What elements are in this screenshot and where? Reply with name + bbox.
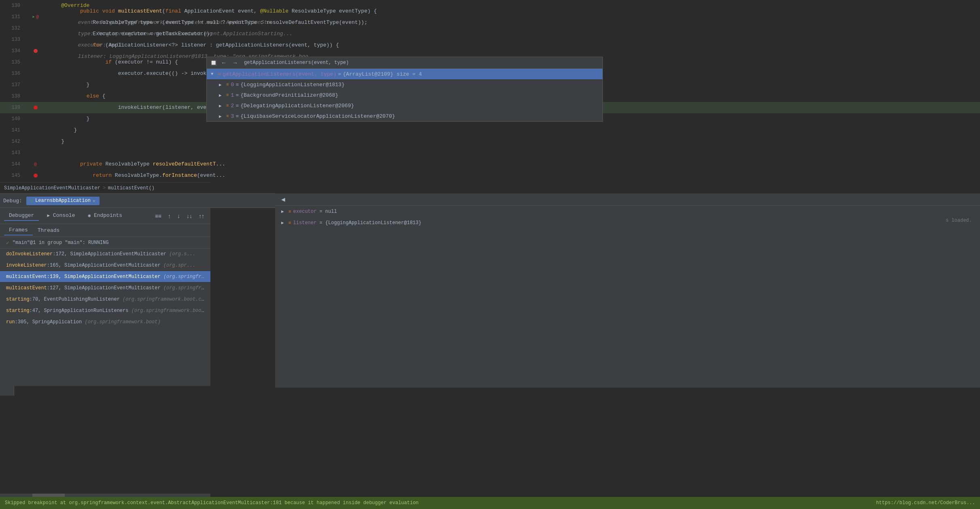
- line-icons: @: [24, 162, 47, 167]
- debug-action-buttons: ≡≡ ↑ ↓ ↓↓ ↑↑: [153, 212, 206, 221]
- frame-item-1[interactable]: invokeListener:165, SimpleApplicationEve…: [0, 260, 210, 271]
- line-number: 131: [0, 14, 24, 20]
- horizontal-scrollbar[interactable]: [0, 494, 210, 497]
- code-line-145: 145 return ResolvableType.forInstance(ev…: [0, 170, 980, 181]
- var-value-2: {BackgroundPreinitializer@2068}: [240, 92, 338, 98]
- var-icon-listener: ≡: [288, 221, 291, 225]
- frames-threads-bar: Frames Threads: [0, 224, 210, 237]
- var-equals-1: =: [235, 82, 239, 88]
- tooltip-row-1[interactable]: ▶ ≡ 0 = {LoggingApplicationListener@1813…: [207, 79, 602, 90]
- frame-text-2: multicastEvent:139, SimpleApplicationEve…: [6, 274, 204, 280]
- status-right-link[interactable]: https://blog.csdn.net/CoderBrus...: [876, 500, 975, 506]
- line-number: 142: [0, 139, 24, 144]
- tooltip-title: getApplicationListeners(event, type): [244, 60, 349, 66]
- var-equals-2: =: [235, 92, 239, 98]
- current-line-arrow: ➤: [32, 14, 35, 20]
- debug-session-tab[interactable]: ⚙ LearnsbbApplication ✕: [26, 197, 100, 205]
- debug-tooltip: 🔲 ← → getApplicationListeners(event, typ…: [206, 57, 603, 122]
- session-icon: ⚙: [30, 198, 33, 204]
- status-message: Skipped breakpoint at org.springframewor…: [5, 500, 419, 506]
- close-session-icon[interactable]: ✕: [93, 198, 95, 204]
- collapse-panel-icon[interactable]: ◀: [281, 195, 285, 204]
- var-expand-executor: ▶: [281, 209, 286, 214]
- line-number: 134: [0, 48, 24, 54]
- tooltip-header: 🔲 ← → getApplicationListeners(event, typ…: [207, 57, 602, 69]
- variables-panel-header: ◀: [275, 193, 980, 206]
- back-button[interactable]: ←: [219, 59, 228, 67]
- panel-right-note: s loaded.: [946, 218, 972, 223]
- expand-arrow-icon-3: ▶: [219, 103, 224, 108]
- var-value-3: {DelegatingApplicationListener@2069}: [240, 103, 354, 109]
- breakpoint-dot-2: [34, 174, 38, 178]
- var-name-1: 0: [231, 82, 234, 88]
- at-marker: @: [36, 15, 39, 19]
- tab-debugger[interactable]: Debugger: [4, 211, 39, 221]
- line-icons: ➤ @: [24, 14, 47, 20]
- line-number: 145: [0, 173, 24, 178]
- debug-title: Debug:: [3, 198, 22, 204]
- var-icon-executor: ≡: [288, 209, 291, 214]
- var-value-0: {ArrayList@2109}: [343, 71, 393, 77]
- line-number: 140: [0, 116, 24, 122]
- line-number: 139: [0, 105, 24, 110]
- frame-item-6[interactable]: run:305, SpringApplication (org.springfr…: [0, 316, 210, 328]
- tab-frames[interactable]: Frames: [4, 225, 33, 235]
- frame-text-0: doInvokeListener:172, SimpleApplicationE…: [6, 251, 195, 257]
- expand-arrow-icon-1: ▶: [219, 82, 224, 87]
- debug-label: Debug:: [3, 198, 22, 204]
- line-number: 133: [0, 37, 24, 42]
- tooltip-row-3[interactable]: ▶ ≡ 2 = {DelegatingApplicationListener@2…: [207, 100, 602, 111]
- tooltip-row-4[interactable]: ▶ ≡ 3 = {LiquibaseServiceLocatorApplicat…: [207, 111, 602, 121]
- frame-item-2[interactable]: multicastEvent:139, SimpleApplicationEve…: [0, 271, 210, 282]
- status-bar: Skipped breakpoint at org.springframewor…: [0, 497, 980, 509]
- code-line-142: 142 }: [0, 136, 980, 147]
- session-label: LearnsbbApplication: [35, 198, 91, 204]
- line-number: 144: [0, 161, 24, 167]
- line-number: 132: [0, 25, 24, 31]
- stack-frames-list: doInvokeListener:172, SimpleApplicationE…: [0, 248, 210, 386]
- step-into-button[interactable]: ↓: [175, 212, 182, 221]
- expand-arrow-icon-4: ▶: [219, 114, 224, 119]
- breadcrumb-bar: SimpleApplicationEventMulticaster > mult…: [0, 182, 210, 193]
- show-frames-button[interactable]: ≡≡: [153, 212, 163, 221]
- tooltip-icon: 🔲: [210, 59, 217, 66]
- console-icon: ▶: [47, 213, 50, 218]
- var-equals-0: =: [338, 71, 341, 77]
- frame-item-3[interactable]: multicastEvent:127, SimpleApplicationEve…: [0, 282, 210, 294]
- tab-threads[interactable]: Threads: [33, 226, 65, 235]
- tab-endpoints[interactable]: ◉ Endpoints: [83, 211, 127, 221]
- line-icons: [24, 174, 47, 178]
- frame-item-0[interactable]: doInvokeListener:172, SimpleApplicationE…: [0, 248, 210, 260]
- thread-status: ✓ "main"@1 in group "main": RUNNING: [0, 237, 210, 248]
- var-name-2: 1: [231, 92, 234, 98]
- var-expand-listener: ▶: [281, 220, 286, 225]
- breadcrumb-class[interactable]: SimpleApplicationEventMulticaster: [4, 185, 100, 191]
- step-out-button[interactable]: ↓↓: [185, 212, 194, 221]
- var-equals-4: =: [235, 113, 239, 119]
- line-number: 137: [0, 82, 24, 88]
- var-name-3: 2: [231, 103, 234, 109]
- var-type-icon-1: ≡: [226, 82, 229, 87]
- tooltip-row-2[interactable]: ▶ ≡ 1 = {BackgroundPreinitializer@2068}: [207, 90, 602, 100]
- tab-console[interactable]: ▶ Console: [42, 211, 80, 221]
- code-content: return ResolvableType.forInstance(event.…: [47, 159, 980, 182]
- forward-button[interactable]: →: [231, 59, 240, 67]
- tooltip-row-0[interactable]: ▼ ∞ getApplicationListeners(event, type)…: [207, 69, 602, 79]
- step-over-button[interactable]: ↑: [166, 212, 173, 221]
- code-content: }: [47, 136, 980, 147]
- line-number: 143: [0, 150, 24, 156]
- var-name-executor: executor = null: [293, 209, 337, 214]
- var-row-executor[interactable]: ▶ ≡ executor = null: [275, 206, 980, 217]
- var-type-icon-0: ∞: [218, 72, 221, 76]
- breadcrumb-method[interactable]: multicastEvent(): [108, 185, 155, 191]
- var-name-0: getApplicationListeners(event, type): [223, 71, 337, 77]
- var-type-icon-2: ≡: [226, 93, 229, 98]
- frame-item-5[interactable]: starting:47, SpringApplicationRunListene…: [0, 305, 210, 316]
- run-to-cursor-button[interactable]: ↑↑: [197, 212, 206, 221]
- scrollbar-thumb[interactable]: [32, 494, 65, 497]
- frame-item-4[interactable]: starting:70, EventPublishingRunListener …: [0, 294, 210, 305]
- frame-text-4: starting:70, EventPublishingRunListener …: [6, 297, 204, 302]
- frame-text-3: multicastEvent:127, SimpleApplicationEve…: [6, 285, 204, 291]
- active-breakpoint-dot: [34, 106, 38, 110]
- var-row-listener[interactable]: ▶ ≡ listener = {LoggingApplicationListen…: [275, 217, 980, 229]
